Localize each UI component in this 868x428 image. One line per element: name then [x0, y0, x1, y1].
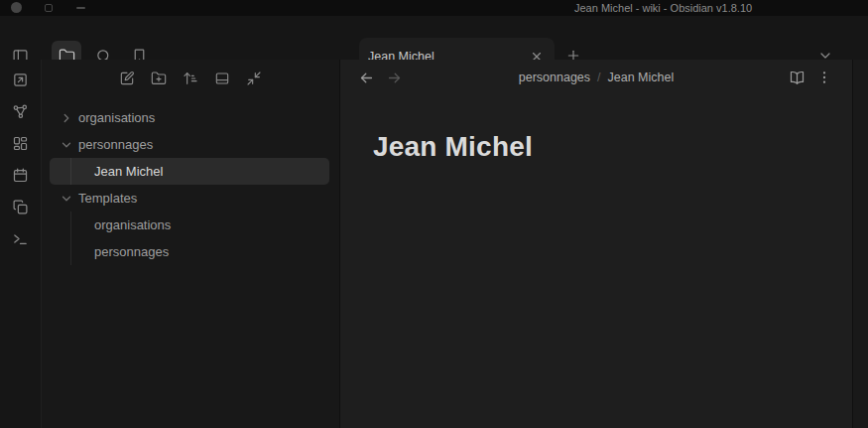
- canvas-icon[interactable]: [7, 129, 35, 157]
- layout-icon[interactable]: [210, 67, 234, 90]
- open-vault-icon[interactable]: [7, 66, 35, 93]
- sort-order-icon[interactable]: [179, 67, 202, 90]
- titlebar: Jean Michel - wiki - Obsidian v1.8.10: [0, 0, 868, 16]
- breadcrumb: personnages/Jean Michel: [420, 60, 773, 95]
- file-tree: organisations personnages Jean Michel Te…: [42, 104, 339, 265]
- note-inline-title[interactable]: Jean Michel: [373, 131, 852, 163]
- explorer-actions: [42, 60, 339, 90]
- daily-note-calendar-icon[interactable]: [7, 161, 35, 189]
- new-folder-icon[interactable]: [147, 67, 171, 90]
- editor-pane: personnages/Jean Michel Jean Michel: [339, 60, 852, 428]
- reading-view-icon[interactable]: [783, 64, 810, 91]
- graph-view-icon[interactable]: [7, 97, 35, 125]
- right-sidebar-gutter[interactable]: [852, 60, 868, 428]
- indent-guide: [70, 158, 71, 185]
- breadcrumb-file[interactable]: Jean Michel: [608, 71, 675, 84]
- tree-item-templates-personnages[interactable]: personnages: [50, 238, 329, 265]
- forward-arrow-icon[interactable]: [380, 64, 408, 91]
- tree-item-organisations[interactable]: organisations: [50, 104, 329, 131]
- breadcrumb-folder[interactable]: personnages: [519, 71, 590, 84]
- window-restore-icon[interactable]: [45, 4, 53, 12]
- tree-item-jean-michel[interactable]: Jean Michel: [50, 158, 329, 185]
- chevron-down-icon: [60, 138, 73, 152]
- back-arrow-icon[interactable]: [352, 64, 380, 91]
- left-ribbon: [0, 60, 42, 428]
- indent-guide: [70, 212, 71, 265]
- file-explorer: organisations personnages Jean Michel Te…: [42, 60, 339, 428]
- tree-item-personnages[interactable]: personnages: [50, 131, 329, 158]
- tree-item-templates-organisations[interactable]: organisations: [50, 212, 329, 238]
- breadcrumb-separator: /: [590, 71, 607, 84]
- obsidian-window: Jean Michel - wiki - Obsidian v1.8.10 Je…: [0, 0, 868, 428]
- window-close-icon[interactable]: [11, 2, 22, 13]
- chevron-down-icon: [60, 192, 73, 206]
- view-header: personnages/Jean Michel: [340, 60, 852, 95]
- collapse-all-icon[interactable]: [242, 67, 266, 90]
- window-minimize-icon[interactable]: [76, 7, 85, 9]
- tab-bar: Jean Michel: [0, 16, 868, 60]
- templates-copy-icon[interactable]: [7, 193, 35, 220]
- tree-item-templates[interactable]: Templates: [50, 185, 329, 212]
- more-options-icon[interactable]: [810, 64, 838, 91]
- new-note-icon[interactable]: [115, 67, 139, 90]
- chevron-right-icon: [60, 111, 73, 125]
- window-title: Jean Michel - wiki - Obsidian v1.8.10: [574, 0, 752, 16]
- terminal-icon[interactable]: [7, 224, 35, 252]
